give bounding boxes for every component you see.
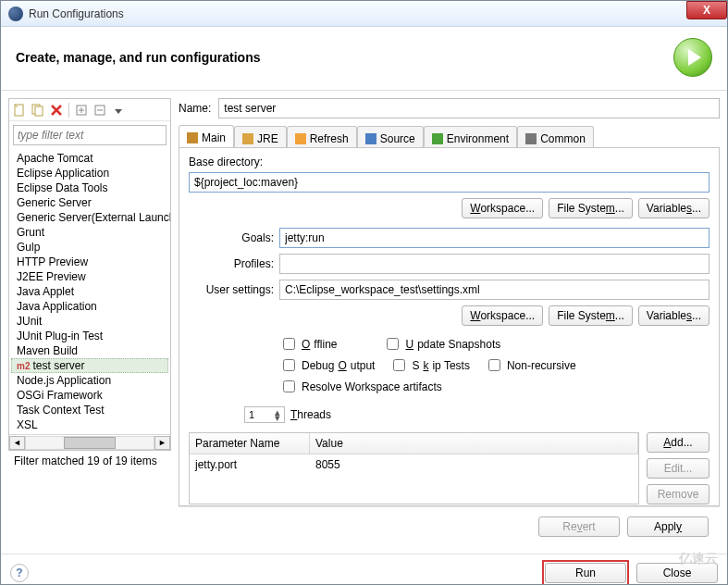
workspace-button-1[interactable]: Workspace... — [462, 198, 543, 218]
close-button[interactable]: Close — [636, 563, 718, 583]
tree-item[interactable]: Task Context Test — [11, 403, 168, 417]
tab-icon — [525, 133, 537, 144]
variables-button-2[interactable]: Variables... — [638, 305, 709, 326]
run-button[interactable]: Run — [545, 563, 626, 583]
tab-common[interactable]: Common — [517, 126, 594, 147]
table-row[interactable]: jetty.port8055 — [190, 454, 638, 475]
window-close-button[interactable]: X — [686, 1, 727, 19]
help-icon[interactable]: ? — [10, 564, 29, 582]
edit-button[interactable]: Edit... — [647, 458, 709, 479]
tab-icon — [187, 132, 198, 143]
app-icon — [8, 6, 23, 21]
tree-item[interactable]: JUnit Plug-in Test — [11, 329, 168, 343]
filesystem-button-2[interactable]: File System... — [549, 305, 633, 326]
run-header-icon — [673, 38, 712, 77]
svg-rect-2 — [35, 106, 43, 116]
tab-environment[interactable]: Environment — [424, 126, 517, 147]
param-name-header: Parameter Name — [190, 433, 310, 454]
tree-item[interactable]: Apache Tomcat — [11, 151, 168, 166]
profiles-label: Profiles: — [189, 257, 279, 270]
tab-icon — [432, 133, 443, 144]
tree-item[interactable]: Eclipse Data Tools — [11, 180, 168, 195]
tree-item[interactable]: Grunt — [11, 225, 168, 240]
parameter-table[interactable]: Parameter Name Value jetty.port8055 — [189, 432, 639, 504]
expand-all-icon[interactable] — [73, 102, 90, 118]
user-settings-label: User settings: — [189, 283, 279, 296]
filter-menu-icon[interactable] — [110, 102, 127, 118]
param-value-header: Value — [310, 433, 638, 454]
base-dir-input[interactable] — [189, 172, 709, 193]
tab-jre[interactable]: JRE — [234, 126, 287, 147]
horizontal-scrollbar[interactable]: ◄ ► — [9, 434, 170, 450]
page-title: Create, manage, and run configurations — [16, 50, 673, 65]
tab-refresh[interactable]: Refresh — [287, 126, 357, 147]
tree-item[interactable]: Java Application — [11, 299, 168, 314]
variables-button-1[interactable]: Variables... — [638, 198, 709, 218]
tree-item[interactable]: Node.js Application — [11, 373, 168, 388]
config-tree[interactable]: Apache TomcatEclipse ApplicationEclipse … — [9, 149, 170, 434]
skip-tests-checkbox[interactable]: Skip Tests — [389, 356, 469, 374]
tree-item[interactable]: J2EE Preview — [11, 269, 168, 284]
filter-status: Filter matched 19 of 19 items — [8, 451, 171, 471]
tab-source[interactable]: Source — [357, 126, 424, 147]
tab-main[interactable]: Main — [179, 125, 234, 147]
tree-item[interactable]: HTTP Preview — [11, 255, 168, 269]
toolbar-separator — [68, 103, 69, 118]
name-label: Name: — [179, 102, 211, 115]
scroll-right-button[interactable]: ► — [154, 436, 170, 450]
non-recursive-checkbox[interactable]: Non-recursive — [485, 356, 576, 374]
profiles-input[interactable] — [279, 254, 709, 274]
window-title: Run Configurations — [29, 7, 124, 20]
scroll-left-button[interactable]: ◄ — [9, 436, 25, 450]
user-settings-input[interactable] — [279, 280, 709, 300]
tree-item[interactable]: XSL — [11, 417, 168, 432]
tab-icon — [365, 133, 376, 144]
tree-item[interactable]: Eclipse Application — [11, 166, 168, 180]
workspace-button-2[interactable]: Workspace... — [462, 305, 543, 326]
goals-label: Goals: — [189, 231, 279, 244]
threads-label: Threads — [290, 408, 331, 421]
tree-item[interactable]: Java Applet — [11, 284, 168, 299]
filter-input[interactable] — [13, 125, 167, 145]
tree-item[interactable]: Maven Build — [11, 343, 168, 358]
goals-input[interactable] — [279, 228, 709, 248]
revert-button[interactable]: Revert — [538, 517, 620, 537]
duplicate-icon[interactable] — [30, 102, 46, 118]
tree-item[interactable]: Generic Server(External Launch) — [11, 210, 168, 225]
new-config-icon[interactable] — [11, 102, 28, 118]
threads-spinner[interactable]: 1 ▴▾ — [244, 406, 285, 423]
tree-item[interactable]: OSGi Framework — [11, 388, 168, 403]
resolve-workspace-checkbox[interactable]: Resolve Workspace artifacts — [279, 378, 442, 395]
update-snapshots-checkbox[interactable]: Update Snapshots — [383, 335, 500, 353]
base-dir-label: Base directory: — [189, 156, 709, 168]
tab-icon — [242, 133, 253, 144]
debug-output-checkbox[interactable]: Debug Output — [279, 356, 375, 374]
offline-checkbox[interactable]: Offline — [279, 335, 337, 353]
delete-icon[interactable] — [48, 102, 65, 118]
remove-button[interactable]: Remove — [647, 484, 709, 504]
filesystem-button-1[interactable]: File System... — [549, 198, 633, 218]
name-input[interactable] — [218, 98, 720, 118]
tab-icon — [295, 133, 306, 144]
tab-bar: MainJRERefreshSourceEnvironmentCommon — [179, 126, 720, 148]
apply-button[interactable]: Apply — [627, 517, 709, 537]
add-button[interactable]: Add... — [647, 432, 709, 453]
collapse-all-icon[interactable] — [92, 102, 108, 118]
tree-item[interactable]: m2test server — [11, 358, 168, 373]
tree-item[interactable]: JUnit — [11, 314, 168, 329]
tree-item[interactable]: Generic Server — [11, 195, 168, 210]
tree-item[interactable]: Gulp — [11, 240, 168, 255]
